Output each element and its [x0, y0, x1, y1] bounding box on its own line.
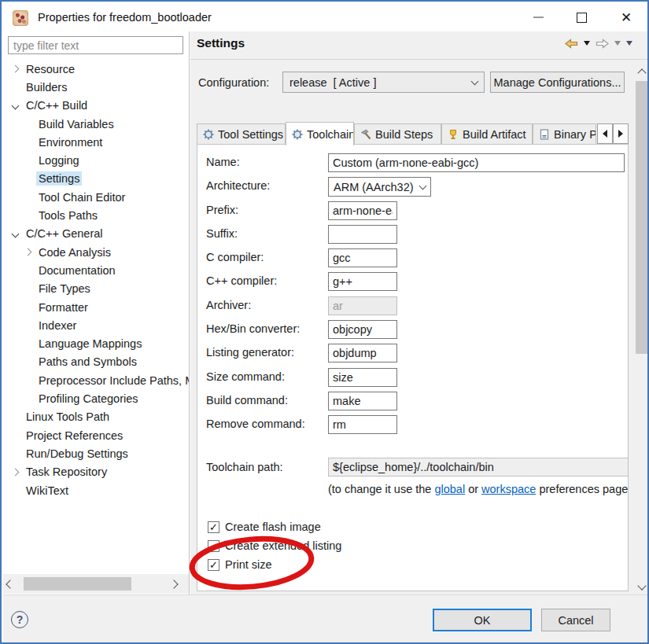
scroll-left-button[interactable]	[3, 574, 17, 594]
architecture-dropdown[interactable]: ARM (AArch32)	[328, 177, 431, 197]
minimize-icon	[533, 17, 544, 18]
tree-item-preprocessor-include-paths-m[interactable]: Preprocessor Include Paths, M	[3, 371, 189, 389]
tree-item-tool-chain-editor[interactable]: Tool Chain Editor	[3, 188, 189, 206]
sidebar-horizontal-scrollbar[interactable]	[3, 574, 189, 594]
tab-scroll-right-button[interactable]	[613, 123, 629, 144]
ok-button[interactable]: OK	[433, 609, 532, 631]
forward-arrow-icon[interactable]	[596, 39, 609, 49]
manage-configurations-button[interactable]: Manage Configurations...	[490, 72, 625, 93]
field-input-listing-generator[interactable]	[328, 344, 397, 362]
tree-item-language-mappings[interactable]: Language Mappings	[3, 335, 189, 353]
field-input-hex-bin-converter[interactable]	[328, 320, 397, 339]
vertical-scrollbar[interactable]	[634, 64, 649, 594]
checkbox-create-extended-listing[interactable]: Create extended listing	[208, 539, 341, 552]
field-input-remove-command[interactable]	[328, 415, 397, 434]
scroll-up-button[interactable]	[634, 64, 649, 79]
tab-scroll-left-button[interactable]	[597, 123, 613, 144]
tab-tool-settings[interactable]: Tool Settings	[197, 123, 286, 145]
field-input-build-command[interactable]	[328, 392, 397, 410]
tree-item-indexer[interactable]: Indexer	[3, 316, 189, 334]
tree-item-label: Tools Paths	[36, 208, 100, 223]
toolchain-path-label: Toolchain path:	[206, 461, 283, 473]
help-button[interactable]: ?	[11, 611, 28, 628]
chevron-right-icon[interactable]	[12, 468, 20, 476]
tree-item-linux-tools-path[interactable]: Linux Tools Path	[3, 408, 189, 426]
field-label-suffix: Suffix:	[206, 227, 238, 240]
tree-item-label: C/C++ General	[24, 226, 105, 241]
tree-item-logging[interactable]: Logging	[3, 152, 189, 170]
tree-item-run-debug-settings[interactable]: Run/Debug Settings	[3, 444, 189, 462]
field-input-size-command[interactable]	[328, 368, 397, 387]
field-input-archiver	[328, 296, 397, 315]
tree-item-label: Code Analysis	[36, 245, 113, 259]
chevron-down-icon[interactable]	[12, 230, 20, 237]
field-input-c-compiler[interactable]	[328, 272, 397, 291]
back-arrow-icon[interactable]	[565, 39, 578, 49]
field-input-name[interactable]	[328, 153, 625, 172]
tree-item-formatter[interactable]: Formatter	[3, 298, 189, 316]
tree-item-tools-paths[interactable]: Tools Paths	[3, 206, 189, 224]
gear-icon	[203, 129, 214, 140]
tree-item-documentation[interactable]: Documentation	[3, 261, 189, 279]
field-label-name: Name:	[206, 156, 240, 168]
trophy-icon	[448, 129, 459, 140]
triangle-right-icon	[618, 130, 623, 138]
tree-item-file-types[interactable]: File Types	[3, 280, 189, 298]
tree-item-label: Tool Chain Editor	[36, 190, 127, 204]
chevron-down-icon	[471, 77, 479, 85]
close-button[interactable]: ✕	[609, 4, 643, 31]
field-input-prefix[interactable]	[328, 201, 397, 220]
checkbox-print-size[interactable]: ✓Print size	[208, 558, 272, 571]
forward-history-dropdown-icon[interactable]	[614, 41, 621, 46]
unchecked-checkbox-icon[interactable]	[208, 540, 219, 552]
tree-item-label: Formatter	[36, 300, 90, 315]
filter-input[interactable]	[8, 36, 183, 54]
checkbox-create-flash-image[interactable]: ✓Create flash image	[208, 521, 321, 533]
tab-toolchains[interactable]: Toolchains	[286, 122, 354, 145]
global-preferences-link[interactable]: global	[434, 483, 465, 495]
tree-item-label: Preprocessor Include Paths, M	[36, 374, 190, 388]
back-history-dropdown-icon[interactable]	[584, 41, 590, 46]
field-input-suffix[interactable]	[328, 225, 397, 244]
tree-item-c-c-general[interactable]: C/C++ General	[3, 225, 189, 243]
tree-item-label: Run/Debug Settings	[24, 447, 131, 461]
tree-item-project-references[interactable]: Project References	[3, 426, 189, 444]
tree-item-wikitext[interactable]: WikiText	[3, 481, 189, 499]
chevron-down-icon[interactable]	[12, 101, 20, 109]
checked-checkbox-icon[interactable]: ✓	[208, 559, 219, 571]
maximize-button[interactable]	[564, 4, 599, 31]
tree-item-environment[interactable]: Environment	[3, 133, 189, 151]
horizontal-scrollbar-thumb[interactable]	[24, 577, 131, 591]
tab-binary-p[interactable]: Binary P	[533, 123, 596, 145]
tree-item-build-variables[interactable]: Build Variables	[3, 115, 189, 133]
tree-item-c-c-build[interactable]: C/C++ Build	[3, 97, 189, 115]
toolchain-path-field[interactable]	[328, 458, 629, 477]
workspace-preferences-link[interactable]: workspace	[481, 483, 536, 495]
tree-item-builders[interactable]: Builders	[3, 78, 189, 96]
tree-item-paths-and-symbols[interactable]: Paths and Symbols	[3, 353, 189, 371]
minimize-button[interactable]	[521, 4, 555, 31]
page-title: Settings	[197, 36, 245, 50]
tab-build-artifact[interactable]: Build Artifact	[441, 123, 533, 145]
scroll-right-button[interactable]	[167, 574, 181, 594]
toolchain-path-note: (to change it use the global or workspac…	[328, 483, 628, 495]
tree-item-settings[interactable]: Settings	[3, 170, 189, 188]
checked-checkbox-icon[interactable]: ✓	[208, 521, 219, 533]
scroll-down-button[interactable]	[634, 580, 649, 594]
cancel-button[interactable]: Cancel	[541, 609, 610, 631]
tree-item-task-repository[interactable]: Task Repository	[3, 463, 189, 481]
tree-item-profiling-categories[interactable]: Profiling Categories	[3, 389, 189, 407]
page-nav-icons	[565, 36, 632, 50]
gear-icon	[292, 129, 303, 140]
tree-item-code-analysis[interactable]: Code Analysis	[3, 243, 189, 261]
vertical-scrollbar-thumb[interactable]	[636, 81, 647, 354]
tab-build-steps[interactable]: Build Steps	[354, 123, 441, 145]
field-input-c-compiler[interactable]	[328, 248, 397, 267]
chevron-right-icon[interactable]	[12, 65, 20, 73]
tree-item-label: Build Variables	[36, 117, 116, 131]
configuration-dropdown[interactable]: release [ Active ]	[282, 72, 485, 93]
chevron-right-icon[interactable]	[24, 248, 32, 256]
tree-item-resource[interactable]: Resource	[3, 60, 189, 78]
tree-item-label: Builders	[24, 80, 69, 94]
view-menu-dropdown-icon[interactable]	[626, 41, 632, 46]
